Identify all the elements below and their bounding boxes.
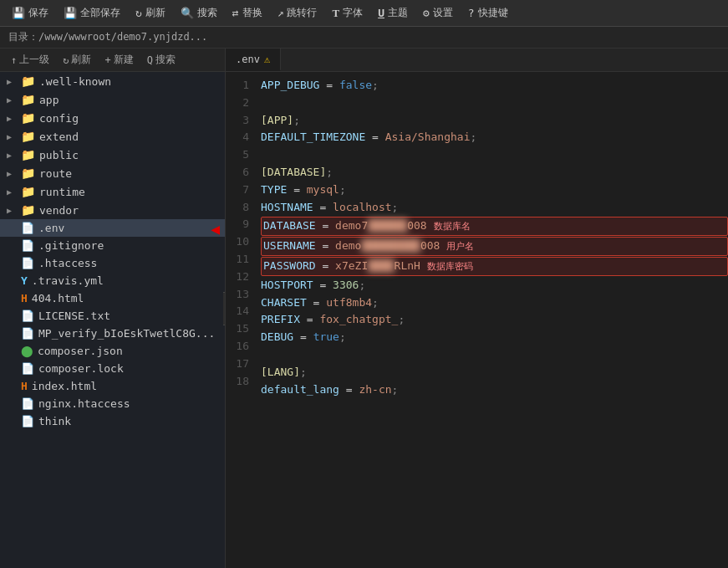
spacer: ▶ (7, 329, 17, 338)
file-composer-json[interactable]: ▶ ⬤ composer.json (0, 342, 225, 360)
file-mp-verify[interactable]: ▶ 📄 MP_verify_bIoEskTwetlC8G... (0, 325, 225, 342)
save-all-label: 全部保存 (80, 6, 120, 20)
tab-env[interactable]: .env ⚠ (226, 49, 281, 71)
folder-arrow: ▶ (7, 206, 17, 215)
file-composer-lock[interactable]: ▶ 📄 composer.lock (0, 360, 225, 377)
folder-label: config (39, 112, 79, 125)
folder-route[interactable]: ▶ 📁 route (0, 164, 225, 182)
tab-label: .env (236, 54, 260, 65)
folder-runtime[interactable]: ▶ 📁 runtime (0, 182, 225, 201)
file-icon: H (21, 292, 28, 304)
folder-label: vendor (39, 204, 79, 217)
folder-app[interactable]: ▶ 📁 app (0, 90, 225, 109)
file-nginx[interactable]: ▶ 📄 nginx.htaccess (0, 395, 225, 412)
save-all-icon: 💾 (64, 7, 77, 19)
folder-extend[interactable]: ▶ 📁 extend (0, 127, 225, 146)
folder-arrow: ▶ (7, 132, 17, 141)
sidebar-refresh-icon: ↻ (63, 54, 69, 66)
folder-label: app (39, 94, 59, 106)
save-label: 保存 (28, 6, 48, 20)
search-button[interactable]: 🔍 搜索 (174, 3, 224, 23)
folder-icon: 📁 (21, 130, 35, 143)
file-env[interactable]: ▶ 📄 .env ◀ (0, 219, 225, 237)
folder-public[interactable]: ▶ 📁 public (0, 146, 225, 164)
settings-label: 设置 (433, 6, 453, 20)
folder-arrow: ▶ (7, 95, 17, 105)
code-content: APP_DEBUG = false ; [APP] ; DEFAULT_TIME… (256, 75, 728, 565)
sidebar-search-button[interactable]: Q 搜索 (143, 51, 180, 69)
file-icon: 📄 (21, 222, 34, 234)
code-line-2 (261, 95, 728, 112)
folder-arrow: ▶ (7, 169, 17, 178)
code-editor[interactable]: 12345 678910 1112131415 161718 APP_DEBUG… (226, 72, 728, 568)
shortcuts-label: 快捷键 (478, 6, 508, 20)
save-all-button[interactable]: 💾 全部保存 (57, 3, 127, 23)
code-line-3: [APP] ; (261, 112, 728, 130)
file-label: nginx.htaccess (38, 397, 130, 410)
up-icon: ↑ (11, 54, 17, 66)
file-license[interactable]: ▶ 📄 LICENSE.txt (0, 307, 225, 325)
code-line-14: PREFIX = fox_chatgpt_ ; (261, 311, 728, 329)
file-label: .gitignore (38, 239, 104, 252)
spacer: ▶ (7, 223, 17, 233)
theme-button[interactable]: U 主题 (371, 3, 415, 23)
file-gitignore[interactable]: ▶ 📄 .gitignore (0, 237, 225, 254)
file-index[interactable]: ▶ H index.html (0, 377, 225, 395)
main-toolbar: 💾 保存 💾 全部保存 ↻ 刷新 🔍 搜索 ⇄ 替换 ↗ 跳转行 T 字体 U … (0, 0, 728, 27)
replace-button[interactable]: ⇄ 替换 (226, 3, 269, 23)
theme-icon: U (378, 7, 384, 19)
path-text: 目录：/www/wwwroot/demo7.ynjdzd... (8, 30, 207, 44)
sidebar-search-icon: Q (147, 54, 153, 66)
font-label: 字体 (343, 6, 363, 20)
spacer: ▶ (7, 381, 17, 391)
red-arrow-annotation: ◀ (211, 219, 220, 237)
code-line-12: HOSTPORT = 3306 ; (261, 277, 728, 294)
file-label: MP_verify_bIoEskTwetlC8G... (38, 327, 215, 340)
replace-icon: ⇄ (232, 7, 239, 19)
file-404[interactable]: ▶ H 404.html (0, 289, 225, 307)
folder-config[interactable]: ▶ 📁 config (0, 109, 225, 127)
up-button[interactable]: ↑ 上一级 (7, 51, 53, 69)
path-bar: 目录：/www/wwwroot/demo7.ynjdzd... (0, 27, 728, 49)
code-line-16 (261, 346, 728, 364)
folder-arrow: ▶ (7, 187, 17, 197)
code-line-15: DEBUG = true ; (261, 329, 728, 346)
file-icon: 📄 (21, 397, 34, 410)
file-label: think (38, 415, 71, 427)
code-line-5 (261, 146, 728, 164)
file-label: composer.lock (38, 362, 124, 375)
help-icon: ? (468, 7, 475, 19)
file-travis[interactable]: ▶ Y .travis.yml (0, 272, 225, 289)
folder-vendor[interactable]: ▶ 📁 vendor (0, 201, 225, 219)
folder-label: extend (39, 130, 79, 143)
sidebar-refresh-label: 刷新 (71, 53, 91, 67)
code-line-1: APP_DEBUG = false ; (261, 77, 728, 95)
folder-arrow: ▶ (7, 114, 17, 123)
refresh-button[interactable]: ↻ 刷新 (129, 3, 172, 23)
tab-bar: .env ⚠ (226, 49, 728, 72)
file-icon: 📄 (21, 239, 34, 252)
file-icon: Y (21, 274, 28, 287)
goto-button[interactable]: ↗ 跳转行 (271, 3, 324, 23)
folder-well-known[interactable]: ▶ 📁 .well-known (0, 72, 225, 90)
file-label: index.html (32, 380, 97, 392)
save-button[interactable]: 💾 保存 (5, 3, 55, 23)
file-htaccess[interactable]: ▶ 📄 .htaccess (0, 254, 225, 272)
save-icon: 💾 (12, 7, 25, 19)
shortcuts-button[interactable]: ? 快捷键 (461, 3, 515, 23)
new-label: 新建 (114, 53, 134, 67)
font-button[interactable]: T 字体 (325, 3, 369, 23)
new-file-button[interactable]: + 新建 (100, 51, 137, 69)
file-think[interactable]: ▶ 📄 think (0, 412, 225, 430)
sidebar-refresh-button[interactable]: ↻ 刷新 (59, 51, 95, 69)
spacer: ▶ (7, 276, 17, 285)
file-icon: H (21, 380, 28, 392)
code-line-13: CHARSET = utf8mb4 ; (261, 294, 728, 312)
plus-icon: + (104, 54, 110, 66)
file-icon: 📄 (21, 257, 34, 269)
refresh-label: 刷新 (145, 6, 165, 20)
folder-icon: 📁 (21, 148, 35, 161)
folder-icon: 📁 (21, 185, 35, 198)
spacer: ▶ (7, 364, 17, 373)
settings-button[interactable]: ⚙ 设置 (416, 3, 460, 23)
